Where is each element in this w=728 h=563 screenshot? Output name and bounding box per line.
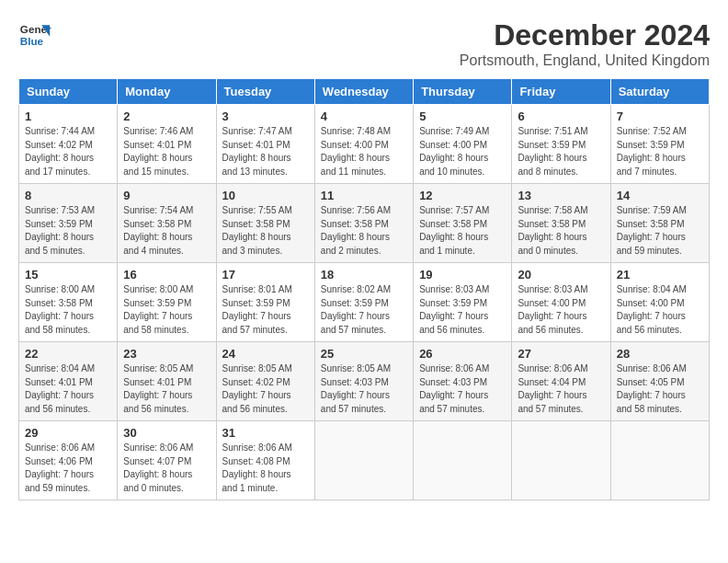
day-number: 7: [617, 109, 703, 123]
day-info: Sunrise: 8:03 AMSunset: 3:59 PMDaylight:…: [419, 283, 506, 337]
calendar-cell: 7Sunrise: 7:52 AMSunset: 3:59 PMDaylight…: [610, 105, 709, 184]
calendar-body: 1Sunrise: 7:44 AMSunset: 4:02 PMDaylight…: [19, 105, 710, 500]
calendar-cell: 5Sunrise: 7:49 AMSunset: 4:00 PMDaylight…: [414, 105, 512, 184]
day-number: 22: [25, 347, 111, 361]
day-number: 26: [419, 347, 506, 361]
calendar-cell: 28Sunrise: 8:06 AMSunset: 4:05 PMDayligh…: [610, 342, 709, 421]
day-info: Sunrise: 8:06 AMSunset: 4:03 PMDaylight:…: [419, 362, 506, 416]
day-info: Sunrise: 7:46 AMSunset: 4:01 PMDaylight:…: [123, 125, 210, 178]
day-info: Sunrise: 8:05 AMSunset: 4:03 PMDaylight:…: [321, 362, 407, 416]
calendar-cell: 6Sunrise: 7:51 AMSunset: 3:59 PMDaylight…: [512, 105, 610, 184]
day-info: Sunrise: 8:05 AMSunset: 4:01 PMDaylight:…: [123, 362, 210, 416]
day-number: 23: [123, 347, 210, 361]
day-info: Sunrise: 7:49 AMSunset: 4:00 PMDaylight:…: [419, 125, 506, 178]
calendar-cell: 1Sunrise: 7:44 AMSunset: 4:02 PMDaylight…: [19, 105, 118, 184]
day-info: Sunrise: 7:52 AMSunset: 3:59 PMDaylight:…: [617, 125, 703, 178]
day-info: Sunrise: 8:06 AMSunset: 4:04 PMDaylight:…: [518, 362, 604, 416]
weekday-header-friday: Friday: [512, 79, 610, 105]
day-number: 1: [25, 109, 111, 123]
day-number: 29: [25, 426, 111, 440]
day-number: 30: [123, 426, 210, 440]
day-number: 11: [321, 189, 407, 202]
calendar-cell: 20Sunrise: 8:03 AMSunset: 4:00 PMDayligh…: [512, 263, 610, 342]
title-section: December 2024 Portsmouth, England, Unite…: [460, 18, 710, 69]
calendar-cell: 16Sunrise: 8:00 AMSunset: 3:59 PMDayligh…: [118, 263, 216, 342]
day-number: 15: [25, 268, 111, 282]
calendar-cell: 11Sunrise: 7:56 AMSunset: 3:58 PMDayligh…: [314, 184, 413, 263]
calendar-cell: 22Sunrise: 8:04 AMSunset: 4:01 PMDayligh…: [19, 342, 118, 421]
calendar-week-row: 22Sunrise: 8:04 AMSunset: 4:01 PMDayligh…: [19, 342, 710, 421]
day-number: 16: [123, 268, 210, 282]
day-info: Sunrise: 7:59 AMSunset: 3:58 PMDaylight:…: [617, 204, 703, 258]
page-header: General Blue December 2024 Portsmouth, E…: [18, 18, 710, 69]
day-number: 8: [25, 189, 111, 202]
calendar-cell: [610, 421, 709, 500]
calendar-cell: 2Sunrise: 7:46 AMSunset: 4:01 PMDaylight…: [118, 105, 216, 184]
day-number: 14: [617, 189, 703, 202]
day-number: 4: [321, 109, 407, 123]
day-number: 28: [617, 347, 703, 361]
calendar-cell: 9Sunrise: 7:54 AMSunset: 3:58 PMDaylight…: [118, 184, 216, 263]
calendar-cell: 26Sunrise: 8:06 AMSunset: 4:03 PMDayligh…: [414, 342, 512, 421]
calendar-cell: 21Sunrise: 8:04 AMSunset: 4:00 PMDayligh…: [610, 263, 709, 342]
day-number: 27: [518, 347, 604, 361]
day-info: Sunrise: 8:06 AMSunset: 4:05 PMDaylight:…: [617, 362, 703, 416]
logo-icon: General Blue: [18, 18, 51, 52]
weekday-header-sunday: Sunday: [19, 79, 118, 105]
location-subtitle: Portsmouth, England, United Kingdom: [460, 52, 710, 69]
day-number: 21: [617, 268, 703, 282]
day-number: 19: [419, 268, 506, 282]
calendar-cell: [512, 421, 610, 500]
day-number: 10: [222, 189, 309, 202]
calendar-cell: 31Sunrise: 8:06 AMSunset: 4:08 PMDayligh…: [216, 421, 314, 500]
calendar-week-row: 15Sunrise: 8:00 AMSunset: 3:58 PMDayligh…: [19, 263, 710, 342]
calendar-cell: 29Sunrise: 8:06 AMSunset: 4:06 PMDayligh…: [19, 421, 118, 500]
day-number: 24: [222, 347, 309, 361]
calendar-cell: 3Sunrise: 7:47 AMSunset: 4:01 PMDaylight…: [216, 105, 314, 184]
day-info: Sunrise: 8:01 AMSunset: 3:59 PMDaylight:…: [222, 283, 309, 337]
day-number: 3: [222, 109, 309, 123]
calendar-cell: 13Sunrise: 7:58 AMSunset: 3:58 PMDayligh…: [512, 184, 610, 263]
calendar-cell: 18Sunrise: 8:02 AMSunset: 3:59 PMDayligh…: [314, 263, 413, 342]
day-info: Sunrise: 7:58 AMSunset: 3:58 PMDaylight:…: [518, 204, 604, 258]
weekday-header-wednesday: Wednesday: [314, 79, 413, 105]
calendar-cell: 17Sunrise: 8:01 AMSunset: 3:59 PMDayligh…: [216, 263, 314, 342]
calendar-cell: 30Sunrise: 8:06 AMSunset: 4:07 PMDayligh…: [118, 421, 216, 500]
day-info: Sunrise: 8:06 AMSunset: 4:07 PMDaylight:…: [123, 442, 210, 495]
day-info: Sunrise: 7:51 AMSunset: 3:59 PMDaylight:…: [518, 125, 604, 178]
calendar-table: SundayMondayTuesdayWednesdayThursdayFrid…: [18, 78, 710, 500]
calendar-cell: [314, 421, 413, 500]
logo: General Blue: [18, 18, 51, 52]
weekday-header-tuesday: Tuesday: [216, 79, 314, 105]
calendar-week-row: 1Sunrise: 7:44 AMSunset: 4:02 PMDaylight…: [19, 105, 710, 184]
month-year-title: December 2024: [460, 18, 710, 52]
day-info: Sunrise: 7:53 AMSunset: 3:59 PMDaylight:…: [25, 204, 111, 258]
day-info: Sunrise: 7:54 AMSunset: 3:58 PMDaylight:…: [123, 204, 210, 258]
day-number: 6: [518, 109, 604, 123]
day-number: 25: [321, 347, 407, 361]
day-number: 13: [518, 189, 604, 202]
calendar-cell: 24Sunrise: 8:05 AMSunset: 4:02 PMDayligh…: [216, 342, 314, 421]
day-info: Sunrise: 7:56 AMSunset: 3:58 PMDaylight:…: [321, 204, 407, 258]
day-info: Sunrise: 8:05 AMSunset: 4:02 PMDaylight:…: [222, 362, 309, 416]
day-info: Sunrise: 7:44 AMSunset: 4:02 PMDaylight:…: [25, 125, 111, 178]
calendar-cell: 19Sunrise: 8:03 AMSunset: 3:59 PMDayligh…: [414, 263, 512, 342]
day-info: Sunrise: 7:48 AMSunset: 4:00 PMDaylight:…: [321, 125, 407, 178]
calendar-cell: 4Sunrise: 7:48 AMSunset: 4:00 PMDaylight…: [314, 105, 413, 184]
day-number: 20: [518, 268, 604, 282]
calendar-cell: 23Sunrise: 8:05 AMSunset: 4:01 PMDayligh…: [118, 342, 216, 421]
calendar-header-row: SundayMondayTuesdayWednesdayThursdayFrid…: [19, 79, 710, 105]
calendar-week-row: 29Sunrise: 8:06 AMSunset: 4:06 PMDayligh…: [19, 421, 710, 500]
calendar-week-row: 8Sunrise: 7:53 AMSunset: 3:59 PMDaylight…: [19, 184, 710, 263]
day-info: Sunrise: 8:02 AMSunset: 3:59 PMDaylight:…: [321, 283, 407, 337]
day-number: 12: [419, 189, 506, 202]
day-info: Sunrise: 8:06 AMSunset: 4:06 PMDaylight:…: [25, 442, 111, 495]
calendar-cell: 12Sunrise: 7:57 AMSunset: 3:58 PMDayligh…: [414, 184, 512, 263]
day-number: 18: [321, 268, 407, 282]
weekday-header-saturday: Saturday: [610, 79, 709, 105]
calendar-cell: 15Sunrise: 8:00 AMSunset: 3:58 PMDayligh…: [19, 263, 118, 342]
weekday-header-monday: Monday: [118, 79, 216, 105]
day-number: 31: [222, 426, 309, 440]
calendar-cell: 27Sunrise: 8:06 AMSunset: 4:04 PMDayligh…: [512, 342, 610, 421]
day-info: Sunrise: 8:00 AMSunset: 3:58 PMDaylight:…: [25, 283, 111, 337]
